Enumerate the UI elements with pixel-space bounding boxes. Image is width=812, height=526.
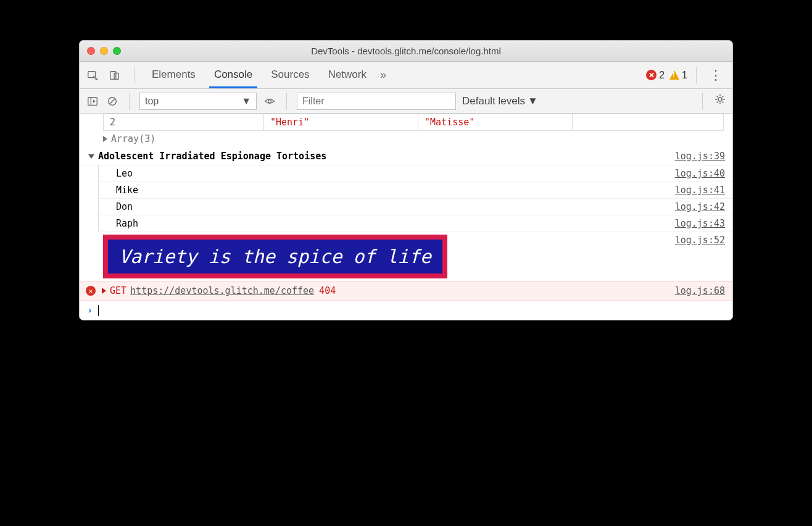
separator xyxy=(286,93,287,110)
svg-rect-3 xyxy=(88,97,97,105)
table-cell-firstname[interactable]: "Henri" xyxy=(270,117,309,128)
console-log-row: Don log.js:42 xyxy=(98,199,732,215)
inspect-element-icon[interactable] xyxy=(86,69,99,82)
error-url[interactable]: https://devtools.glitch.me/coffee xyxy=(130,285,314,296)
tab-elements[interactable]: Elements xyxy=(147,62,201,88)
disclosure-triangle-icon[interactable] xyxy=(102,288,106,294)
warning-count: 1 xyxy=(682,70,687,81)
table-row-fragment: 2 "Henri" "Matisse" xyxy=(80,114,732,131)
console-log-row: Mike log.js:41 xyxy=(98,182,732,199)
source-link[interactable]: log.js:68 xyxy=(668,285,725,296)
chevron-down-icon: ▼ xyxy=(528,95,538,107)
array-disclosure[interactable]: Array(3) xyxy=(103,131,732,148)
text-cursor xyxy=(98,305,99,316)
console-toolbar: top ▼ Default levels ▼ xyxy=(80,89,732,114)
table-cell-lastname[interactable]: "Matisse" xyxy=(425,117,474,128)
log-text: Raph xyxy=(99,218,138,229)
array-label: Array(3) xyxy=(111,133,155,144)
clear-console-icon[interactable] xyxy=(106,94,119,108)
error-count: 2 xyxy=(659,70,665,81)
window-title: DevTools - devtools.glitch.me/console/lo… xyxy=(80,46,732,56)
console-output: 2 "Henri" "Matisse" Array(3) Adolescent … xyxy=(80,114,732,320)
prompt-caret-icon: › xyxy=(87,304,93,316)
log-text: Leo xyxy=(99,168,133,179)
separator xyxy=(129,93,130,110)
more-options-icon[interactable]: ⋮ xyxy=(705,67,726,83)
device-toolbar-icon[interactable] xyxy=(108,69,122,82)
filter-input[interactable] xyxy=(297,93,456,110)
warning-icon xyxy=(669,70,679,80)
source-link[interactable]: log.js:39 xyxy=(668,151,725,162)
disclosure-triangle-down-icon xyxy=(88,154,94,159)
console-error-row: ✕ GET https://devtools.glitch.me/coffee … xyxy=(80,281,732,301)
http-method: GET xyxy=(110,285,126,296)
source-link[interactable]: log.js:42 xyxy=(668,201,725,212)
svg-point-9 xyxy=(718,98,722,101)
separator xyxy=(702,93,703,110)
group-toggle[interactable]: Adolescent Irradiated Espionage Tortoise… xyxy=(80,151,326,162)
svg-marker-5 xyxy=(93,99,96,102)
svg-line-7 xyxy=(110,98,115,104)
console-group-header-row: Adolescent Irradiated Espionage Tortoise… xyxy=(80,148,732,165)
console-styled-row: Variety is the spice of life log.js:52 xyxy=(80,232,732,281)
console-log-row: Leo log.js:40 xyxy=(98,165,732,182)
console-settings-icon[interactable] xyxy=(714,93,726,109)
svg-rect-1 xyxy=(110,71,116,79)
source-link[interactable]: log.js:40 xyxy=(668,168,725,179)
separator xyxy=(134,67,135,84)
source-link[interactable]: log.js:52 xyxy=(668,235,725,278)
context-value: top xyxy=(145,96,159,107)
log-text: Don xyxy=(99,201,133,212)
error-x-icon: ✕ xyxy=(86,286,96,296)
execution-context-select[interactable]: top ▼ xyxy=(139,93,257,110)
http-status-code: 404 xyxy=(319,285,336,296)
live-expressions-icon[interactable] xyxy=(263,94,276,108)
close-window-button[interactable] xyxy=(87,47,95,55)
svg-rect-2 xyxy=(114,73,118,79)
maximize-window-button[interactable] xyxy=(113,47,121,55)
table-cell-index[interactable]: 2 xyxy=(104,114,264,131)
error-icon: ✕ xyxy=(646,70,657,80)
disclosure-triangle-icon xyxy=(103,136,107,142)
styled-log-text: Variety is the spice of life xyxy=(103,235,447,278)
devtools-window: DevTools - devtools.glitch.me/console/lo… xyxy=(79,40,733,320)
source-link[interactable]: log.js:41 xyxy=(668,185,725,196)
traffic-lights xyxy=(87,47,121,55)
console-table[interactable]: 2 "Henri" "Matisse" xyxy=(103,114,724,131)
log-levels-select[interactable]: Default levels ▼ xyxy=(462,95,538,107)
toggle-sidebar-icon[interactable] xyxy=(86,94,99,108)
chevron-down-icon: ▼ xyxy=(241,96,251,107)
group-title: Adolescent Irradiated Espionage Tortoise… xyxy=(98,151,326,162)
console-prompt[interactable]: › xyxy=(80,301,732,320)
error-count-badge[interactable]: ✕ 2 xyxy=(646,70,665,81)
levels-label: Default levels xyxy=(462,95,525,107)
source-link[interactable]: log.js:43 xyxy=(668,218,725,229)
warning-count-badge[interactable]: 1 xyxy=(669,70,687,81)
titlebar[interactable]: DevTools - devtools.glitch.me/console/lo… xyxy=(80,41,732,62)
tab-sources[interactable]: Sources xyxy=(266,62,314,88)
console-log-row: Raph log.js:43 xyxy=(98,215,732,232)
svg-point-8 xyxy=(268,99,271,102)
tabs-overflow-icon[interactable]: » xyxy=(380,69,386,81)
table-cell-empty[interactable] xyxy=(573,114,724,131)
tab-console[interactable]: Console xyxy=(209,62,257,88)
tabbar: Elements Console Sources Network » ✕ 2 1… xyxy=(80,62,732,89)
minimize-window-button[interactable] xyxy=(100,47,108,55)
separator xyxy=(696,67,697,84)
log-text: Mike xyxy=(99,185,138,196)
tab-network[interactable]: Network xyxy=(323,62,371,88)
